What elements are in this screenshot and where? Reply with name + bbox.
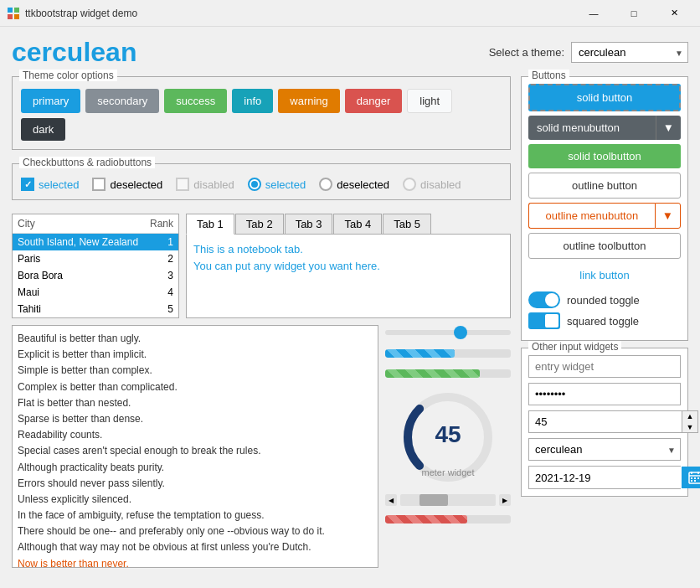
checkbox-checked-icon[interactable] <box>21 178 34 191</box>
theme-colors-section: Theme color options primary secondary su… <box>12 76 511 150</box>
datepicker-input[interactable] <box>529 467 682 488</box>
inputs-section-label: Other input widgets <box>528 341 621 353</box>
list-item[interactable]: South Island, New Zealand 1 <box>13 234 178 250</box>
minimize-button[interactable]: — <box>574 0 613 27</box>
solid-menubutton[interactable]: solid menubutton <box>528 116 656 140</box>
scrollbar-track[interactable] <box>400 494 496 506</box>
checkbox-unchecked-icon[interactable] <box>92 178 106 191</box>
main-content: cerculean Select a theme: cerculean dark… <box>0 27 700 588</box>
meter-label: meter widget <box>422 467 475 477</box>
calendar-icon <box>688 471 700 484</box>
list-item-city: Bora Bora <box>18 270 167 281</box>
svg-rect-11 <box>694 477 696 479</box>
squared-toggle-label: squared toggle <box>567 315 639 328</box>
checkbox-selected-label: selected <box>39 178 79 191</box>
radio-unchecked-icon[interactable] <box>319 178 332 191</box>
svg-rect-0 <box>8 8 13 13</box>
radio-disabled: disabled <box>403 178 461 191</box>
theme-colors-label: Theme color options <box>19 70 117 81</box>
outline-menu-wrapper: outline menubutton ▼ <box>528 203 681 229</box>
dark-button[interactable]: dark <box>21 118 65 141</box>
outline-button[interactable]: outline button <box>528 173 681 199</box>
warning-button[interactable]: warning <box>278 89 340 113</box>
entry-widget[interactable] <box>528 355 681 378</box>
combobox-wrapper: cerculean darkly flatly ▼ <box>528 438 681 461</box>
outline-menubutton[interactable]: outline menubutton <box>528 203 655 229</box>
notebook-tab-3[interactable]: Tab 3 <box>285 214 333 235</box>
menu-button-wrapper: solid menubutton ▼ <box>528 116 681 140</box>
svg-rect-14 <box>694 480 696 482</box>
secondary-button[interactable]: secondary <box>85 89 159 113</box>
list-header: City Rank <box>13 214 178 234</box>
progress-fill-3 <box>385 515 467 524</box>
solid-menubutton-arrow[interactable]: ▼ <box>656 116 681 140</box>
text-line: Although practicality beats purity. <box>18 460 373 476</box>
rounded-toggle-row: rounded toggle <box>528 291 681 308</box>
scroll-left-arrow[interactable]: ◀ <box>385 494 397 506</box>
outline-toolbutton[interactable]: outline toolbutton <box>528 233 681 259</box>
header-row: cerculean Select a theme: cerculean dark… <box>12 37 688 68</box>
checkbox-selected[interactable]: selected <box>21 178 79 191</box>
list-item-rank: 5 <box>167 303 173 315</box>
radio-deselected-label: deselected <box>337 178 389 191</box>
rounded-toggle-label: rounded toggle <box>567 294 640 307</box>
danger-button[interactable]: danger <box>345 89 402 113</box>
svg-rect-13 <box>691 480 692 482</box>
list-item-rank: 2 <box>167 253 173 265</box>
text-meter-row: Beautiful is better than ugly. Explicit … <box>12 325 511 568</box>
spinbox-up[interactable]: ▲ <box>682 411 697 422</box>
radio-deselected[interactable]: deselected <box>319 178 389 191</box>
app-title: cerculean <box>12 37 136 68</box>
checkbox-deselected[interactable]: deselected <box>92 178 162 191</box>
list-item[interactable]: Bora Bora 3 <box>13 267 178 284</box>
text-line: Errors should never pass silently. <box>18 476 373 492</box>
list-item[interactable]: Tahiti 5 <box>13 301 178 317</box>
svg-rect-3 <box>14 14 19 19</box>
solid-toolbutton[interactable]: solid toolbutton <box>528 144 681 168</box>
spinbox-input[interactable] <box>528 410 682 433</box>
link-button[interactable]: link button <box>528 263 681 287</box>
radio-disabled-label: disabled <box>420 178 461 191</box>
checkbox-disabled-icon <box>176 178 189 191</box>
combobox-select[interactable]: cerculean darkly flatly <box>528 438 681 461</box>
scrollbar-thumb <box>419 494 448 506</box>
list-item-city: Maui <box>18 286 167 298</box>
svg-rect-12 <box>697 477 699 479</box>
close-button[interactable]: ✕ <box>655 0 693 27</box>
list-item[interactable]: Maui 4 <box>13 284 178 301</box>
light-button[interactable]: light <box>407 89 452 113</box>
list-item[interactable]: Paris 2 <box>13 250 178 267</box>
buttons-section-label: Buttons <box>528 70 569 81</box>
solid-button[interactable]: solid button <box>528 84 681 111</box>
list-area: City Rank South Island, New Zealand 1 Pa… <box>12 214 179 318</box>
slider-track[interactable] <box>385 330 511 335</box>
notebook-tab-5[interactable]: Tab 5 <box>383 214 431 235</box>
theme-selector-row: Select a theme: cerculean darkly flatly … <box>489 42 688 63</box>
notebook-tab-2[interactable]: Tab 2 <box>235 214 284 235</box>
theme-select[interactable]: cerculean darkly flatly journal litera l… <box>571 42 688 63</box>
success-button[interactable]: success <box>164 89 227 113</box>
spinbox-down[interactable]: ▼ <box>682 422 697 433</box>
list-item-rank: 4 <box>167 286 173 298</box>
outline-menubutton-arrow[interactable]: ▼ <box>655 203 681 229</box>
squared-toggle[interactable] <box>528 312 560 329</box>
spinbox-wrapper: ▲ ▼ <box>528 410 681 433</box>
text-line: Explicit is better than implicit. <box>18 347 373 363</box>
primary-button[interactable]: primary <box>21 89 80 113</box>
checkradio-row: selected deselected disabled selected <box>21 173 502 191</box>
squared-toggle-knob <box>545 314 558 328</box>
scroll-right-arrow[interactable]: ▶ <box>499 494 511 506</box>
password-field[interactable] <box>528 383 681 405</box>
scrollbar-area: ◀ ▶ <box>385 494 511 506</box>
notebook-tab-4[interactable]: Tab 4 <box>333 214 382 235</box>
radio-checked-icon[interactable] <box>248 178 261 191</box>
notebook-tab-1[interactable]: Tab 1 <box>186 214 234 235</box>
list-item-city: Tahiti <box>18 303 167 315</box>
rounded-toggle[interactable] <box>528 291 560 308</box>
maximize-button[interactable]: □ <box>615 0 653 27</box>
info-button[interactable]: info <box>232 89 273 113</box>
text-area[interactable]: Beautiful is better than ugly. Explicit … <box>12 325 378 568</box>
datepicker-icon-button[interactable] <box>682 467 700 488</box>
radio-selected[interactable]: selected <box>248 178 306 191</box>
progress-bar-1 <box>385 349 511 358</box>
